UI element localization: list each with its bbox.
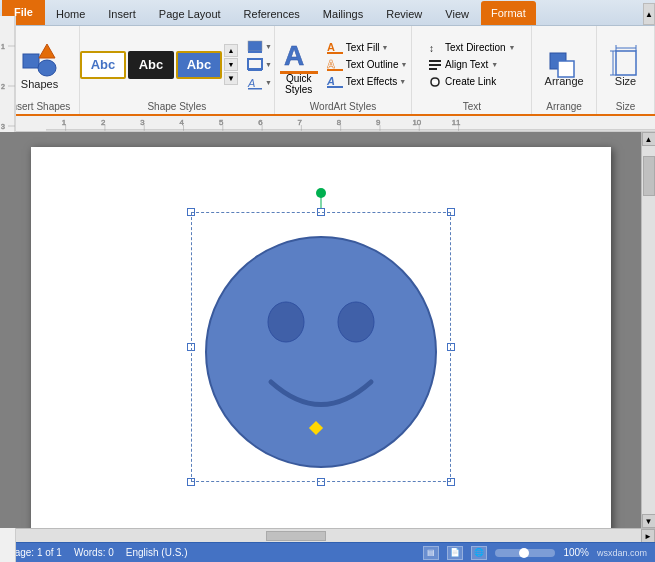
svg-text:5: 5 (219, 117, 224, 126)
shape-effects-btn[interactable]: A ▼ (245, 75, 274, 91)
arrange-icon (548, 43, 580, 75)
tab-review[interactable]: Review (375, 1, 433, 25)
group-arrange-label: Arrange (546, 99, 582, 112)
main-area: 1 2 3 4 5 6 7 8 9 (0, 132, 655, 528)
document-area[interactable] (0, 132, 641, 528)
shape-style-expand[interactable]: ▼ (224, 72, 238, 85)
insert-shapes-content: Shapes (15, 30, 65, 99)
view-reading-btn[interactable]: 📄 (447, 546, 463, 560)
view-print-btn[interactable]: ▤ (423, 546, 439, 560)
create-link-btn[interactable]: Create Link (425, 74, 519, 90)
shapes-label: Shapes (21, 78, 58, 90)
status-right: ▤ 📄 🌐 100% wsxdan.com (423, 546, 647, 560)
svg-rect-24 (616, 51, 636, 75)
group-shape-styles-label: Shape Styles (147, 99, 206, 112)
rotate-handle[interactable] (316, 188, 326, 198)
group-arrange: Arrange Arrange (532, 26, 597, 114)
size-icon (610, 43, 642, 75)
view-web-btn[interactable]: 🌐 (471, 546, 487, 560)
shape-outline-btn[interactable]: ▼ (245, 57, 274, 73)
arrange-button[interactable]: Arrange (537, 39, 592, 91)
scroll-track-vertical[interactable] (642, 146, 655, 514)
scroll-up-button[interactable]: ▲ (642, 132, 656, 146)
zoom-thumb[interactable] (519, 548, 529, 558)
text-direction-label: Text Direction (445, 42, 506, 53)
scrollbar-horizontal-area: ◄ ► (0, 528, 655, 542)
shapes-button[interactable]: Shapes (15, 38, 65, 92)
svg-text:11: 11 (452, 117, 461, 126)
size-button[interactable]: Size (602, 39, 650, 91)
tab-format[interactable]: Format (481, 1, 536, 25)
scroll-thumb-horizontal[interactable] (266, 531, 326, 541)
shapes-icon (21, 40, 59, 78)
quick-styles-icon: A (280, 35, 318, 73)
svg-rect-5 (248, 59, 262, 69)
handle-top-left[interactable] (187, 208, 195, 216)
smiley-svg (191, 212, 451, 482)
shape-style-btn-3[interactable]: Abc (176, 51, 222, 79)
group-text-label: Text (463, 99, 481, 112)
svg-text:A: A (327, 58, 335, 70)
svg-text:↕: ↕ (429, 43, 434, 54)
ribbon: Shapes Insert Shapes Abc Abc Abc (0, 26, 655, 116)
ruler-area: 1 2 3 4 5 6 7 8 9 10 11 (0, 116, 655, 132)
text-outline-btn[interactable]: A Text Outline ▼ (324, 57, 410, 72)
shape-style-dropdown[interactable]: ▲ ▼ ▼ (224, 44, 238, 85)
handle-top-center[interactable] (317, 208, 325, 216)
svg-text:A: A (327, 41, 335, 53)
ribbon-expand-button[interactable]: ▲ (643, 3, 655, 25)
shape-style-scroll-down[interactable]: ▼ (224, 58, 238, 71)
shape-container[interactable] (191, 212, 451, 482)
align-text-label: Align Text (445, 59, 488, 70)
svg-text:2: 2 (101, 117, 105, 126)
shape-color-controls: ▼ ▼ A ▼ (245, 39, 274, 91)
tab-view[interactable]: View (434, 1, 480, 25)
svg-text:3: 3 (140, 117, 145, 126)
shape-style-scroll-up[interactable]: ▲ (224, 44, 238, 57)
group-wordart-styles-label: WordArt Styles (310, 99, 377, 112)
scroll-down-button[interactable]: ▼ (642, 514, 656, 528)
tab-insert[interactable]: Insert (97, 1, 147, 25)
shape-style-btn-1-label: Abc (91, 57, 116, 72)
handle-bot-center[interactable] (317, 478, 325, 486)
arrange-content: Arrange (537, 30, 592, 99)
ruler-horizontal: 1 2 3 4 5 6 7 8 9 10 11 (16, 116, 655, 132)
handle-mid-right[interactable] (447, 343, 455, 351)
text-controls: ↕ Text Direction ▼ Align Text ▼ Create L… (425, 40, 519, 90)
shape-style-btn-1[interactable]: Abc (80, 51, 126, 79)
shape-style-btn-3-label: Abc (187, 57, 212, 72)
quick-styles-button[interactable]: A Quick Styles (277, 35, 321, 95)
scroll-thumb-vertical[interactable] (643, 156, 655, 196)
handle-top-right[interactable] (447, 208, 455, 216)
handle-bot-left[interactable] (187, 478, 195, 486)
zoom-slider[interactable] (495, 549, 555, 557)
group-text: ↕ Text Direction ▼ Align Text ▼ Create L… (412, 26, 532, 114)
create-link-label: Create Link (445, 76, 496, 87)
tab-page-layout[interactable]: Page Layout (148, 1, 232, 25)
scroll-right-button[interactable]: ► (641, 529, 655, 543)
scrollbar-vertical[interactable]: ▲ ▼ (641, 132, 655, 528)
svg-point-77 (338, 302, 374, 342)
tab-home[interactable]: Home (45, 1, 96, 25)
text-effects-btn[interactable]: A Text Effects ▼ (324, 74, 410, 89)
svg-text:7: 7 (297, 117, 301, 126)
handle-bot-right[interactable] (447, 478, 455, 486)
tab-mailings[interactable]: Mailings (312, 1, 374, 25)
status-bar: Page: 1 of 1 Words: 0 English (U.S.) ▤ 📄… (0, 542, 655, 562)
text-effects-label: Text Effects (346, 76, 398, 87)
handle-mid-left[interactable] (187, 343, 195, 351)
scroll-track-horizontal[interactable] (16, 529, 641, 542)
shape-fill-btn[interactable]: ▼ (245, 39, 274, 55)
svg-rect-3 (248, 41, 262, 51)
text-fill-btn[interactable]: A Text Fill ▼ (324, 40, 410, 55)
document-page (31, 147, 611, 528)
svg-text:9: 9 (376, 117, 380, 126)
align-text-btn[interactable]: Align Text ▼ (425, 57, 519, 73)
tab-references[interactable]: References (233, 1, 311, 25)
shape-style-btn-2-label: Abc (139, 57, 164, 72)
text-outline-label: Text Outline (346, 59, 399, 70)
svg-text:A: A (284, 40, 304, 71)
text-direction-btn[interactable]: ↕ Text Direction ▼ (425, 40, 519, 56)
svg-text:10: 10 (412, 117, 421, 126)
shape-style-btn-2[interactable]: Abc (128, 51, 174, 79)
